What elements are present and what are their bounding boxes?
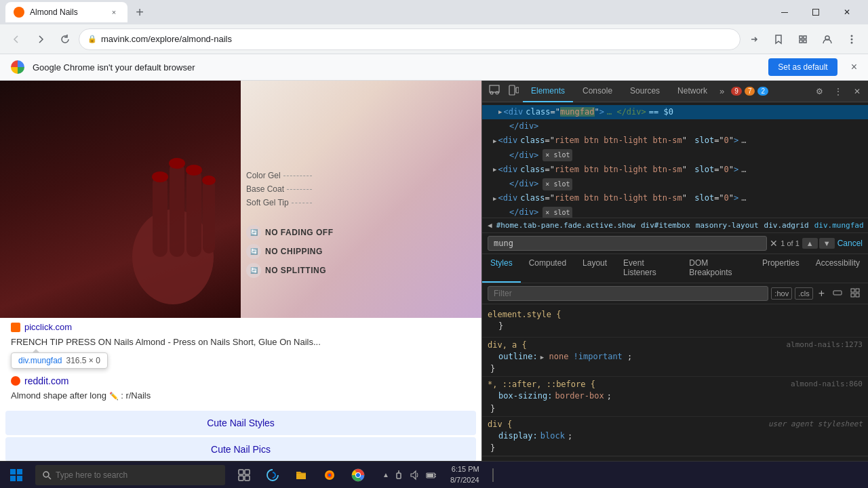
styles-tab-computed[interactable]: Computed: [521, 254, 574, 283]
breadcrumb-itembox[interactable]: div#itembox: [641, 221, 690, 230]
start-button[interactable]: [0, 462, 33, 489]
dom-triangle-5[interactable]: ▶: [493, 165, 496, 174]
dt-search-next-button[interactable]: ▼: [819, 238, 835, 249]
profile-button[interactable]: [816, 28, 838, 50]
minimize-button[interactable]: [769, 1, 800, 23]
dt-search-prev-button[interactable]: ▲: [802, 238, 818, 249]
svg-point-8: [851, 38, 853, 40]
styles-tab-properties[interactable]: Properties: [754, 254, 808, 283]
notification-close-button[interactable]: ×: [851, 61, 857, 73]
svg-rect-11: [153, 176, 167, 257]
style-rule-element: element.style { }: [482, 307, 868, 338]
tab-close-button[interactable]: ×: [108, 7, 119, 18]
devtools-close-button[interactable]: ✕: [849, 83, 865, 100]
new-style-rule-button[interactable]: [830, 287, 845, 300]
set-default-button[interactable]: Set as default: [768, 58, 837, 76]
breadcrumb-mungfad[interactable]: div.mungfad: [814, 221, 864, 230]
style-source-diva[interactable]: almond-nails:1273: [786, 340, 863, 350]
chrome-button[interactable]: [344, 462, 372, 489]
pseudo-class-button[interactable]: :hov: [771, 287, 792, 300]
dom-triangle-7[interactable]: ▶: [493, 194, 496, 203]
product-labels: Color Gel Base Coat Soft Gel Tip: [246, 169, 312, 209]
edge-icon-button[interactable]: [259, 462, 286, 489]
back-button[interactable]: [5, 28, 27, 50]
firefox-button[interactable]: [316, 462, 343, 489]
address-bar[interactable]: 🔒 mavink.com/explore/almond-nails: [79, 28, 741, 50]
dom-row-6[interactable]: </div> × slot: [482, 177, 868, 191]
reload-button[interactable]: [54, 28, 76, 50]
new-tab-button[interactable]: +: [130, 3, 149, 22]
close-button[interactable]: ✕: [831, 1, 863, 23]
dt-search-clear-button[interactable]: ✕: [770, 238, 778, 249]
tab-console[interactable]: Console: [574, 81, 620, 102]
dom-triangle-3[interactable]: ▶: [493, 136, 496, 146]
navigation-bar: 🔒 mavink.com/explore/almond-nails: [0, 24, 868, 54]
menu-button[interactable]: [841, 28, 863, 50]
devtools-more-button[interactable]: ⋮: [830, 83, 846, 100]
dom-row-7[interactable]: ▶ <div class="ritem btn btn-light btn-sm…: [482, 191, 868, 205]
toggle-view-button[interactable]: [848, 287, 863, 300]
taskbar-search-bar[interactable]: [35, 465, 225, 485]
devtools-device-icon[interactable]: [505, 85, 521, 98]
tab-sources[interactable]: Sources: [622, 81, 668, 102]
extension-button[interactable]: [792, 28, 814, 50]
svg-line-30: [49, 476, 52, 479]
link-cute-nail-styles[interactable]: Cute Nail Styles: [5, 411, 476, 435]
forward-button[interactable]: [30, 28, 52, 50]
breadcrumb-left-arrow[interactable]: ◀: [488, 221, 492, 230]
dt-search-input[interactable]: [488, 236, 767, 251]
more-tabs-icon[interactable]: »: [717, 86, 727, 96]
breadcrumb-adgrid[interactable]: div.adgrid: [764, 221, 809, 230]
breadcrumb-bar: ◀ #home.tab-pane.fade.active.show div#it…: [482, 218, 868, 233]
taskbar-app-icons: [225, 462, 377, 489]
devtools-inspect-icon[interactable]: [485, 85, 504, 98]
devtools-settings-button[interactable]: ⚙: [811, 83, 827, 100]
taskbar-search-icon: [42, 470, 52, 480]
dom-row-selected[interactable]: ▶ <div class="mungfad" > … </div> == $0: [482, 105, 868, 119]
show-desktop-button[interactable]: [486, 462, 500, 489]
breadcrumb-home[interactable]: #home.tab-pane.fade.active.show: [496, 221, 635, 230]
styles-tab-accessibility[interactable]: Accessibility: [808, 254, 868, 283]
tab-network[interactable]: Network: [669, 81, 715, 102]
label-soft-gel: Soft Gel Tip: [246, 196, 312, 209]
maximize-button[interactable]: [800, 1, 831, 23]
reddit-source-name[interactable]: reddit.com: [24, 375, 68, 386]
reddit-description: Almond shape after long ✏️ : r/Nails: [0, 389, 481, 406]
svg-rect-32: [245, 470, 250, 474]
image-area: Color Gel Base Coat Soft Gel Tip: [0, 81, 481, 318]
lock-icon: 🔒: [87, 35, 97, 43]
dt-search-navigation: ▲ ▼: [802, 238, 835, 249]
styles-tab-dom-breakpoints[interactable]: DOM Breakpoints: [681, 254, 754, 283]
tab-elements[interactable]: Elements: [523, 81, 573, 102]
link-cute-nail-pics[interactable]: Cute Nail Pics: [5, 437, 476, 461]
dom-row-5[interactable]: ▶ <div class="ritem btn btn-light btn-sm…: [482, 163, 868, 177]
share-button[interactable]: [743, 28, 765, 50]
svg-rect-31: [239, 470, 243, 474]
breadcrumb-masonry[interactable]: masonry-layout: [696, 221, 759, 230]
svg-rect-5: [804, 40, 806, 43]
dom-triangle[interactable]: ▶: [498, 107, 502, 117]
svg-rect-33: [239, 476, 243, 481]
dom-row-4[interactable]: </div> × slot: [482, 148, 868, 163]
file-explorer-button[interactable]: [288, 462, 315, 489]
dom-row-3[interactable]: ▶ <div class="ritem btn btn-light btn-sm…: [482, 134, 868, 148]
devtools-toolbar: Elements Console Sources Network » 9 7 2…: [482, 81, 868, 102]
dom-row-8[interactable]: </div> × slot: [482, 205, 868, 218]
style-source-star[interactable]: almond-nails:860: [791, 380, 863, 389]
tray-up-arrow[interactable]: ▲: [382, 471, 389, 479]
dt-search-cancel-button[interactable]: Cancel: [837, 239, 863, 248]
result-source-name[interactable]: picclick.com: [24, 322, 72, 332]
devtools-settings: ⚙ ⋮ ✕: [811, 83, 865, 100]
dom-row-2[interactable]: </div>: [482, 119, 868, 134]
cls-button[interactable]: .cls: [795, 287, 813, 300]
taskbar-search-input[interactable]: [56, 470, 218, 480]
styles-tab-styles[interactable]: Styles: [482, 254, 521, 283]
bookmark-button[interactable]: [768, 28, 789, 50]
styles-tab-layout[interactable]: Layout: [574, 254, 615, 283]
add-style-button[interactable]: +: [816, 287, 827, 300]
browser-tab[interactable]: Almond Nails ×: [5, 2, 127, 22]
svg-rect-12: [170, 162, 184, 257]
styles-filter-input[interactable]: [488, 286, 768, 301]
styles-tab-event-listeners[interactable]: Event Listeners: [615, 254, 681, 283]
task-view-button[interactable]: [231, 462, 258, 489]
